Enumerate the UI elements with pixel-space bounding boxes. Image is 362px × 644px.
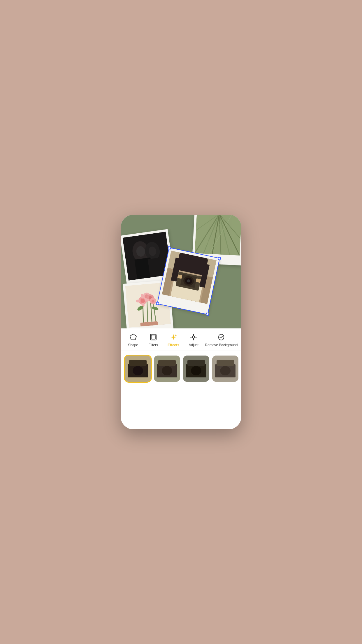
handle-bottom-left[interactable] xyxy=(156,302,159,305)
svg-point-71 xyxy=(191,366,201,375)
handle-top-right[interactable] xyxy=(217,257,221,260)
svg-rect-18 xyxy=(195,215,241,256)
svg-point-67 xyxy=(162,366,172,375)
shape-label: Shape xyxy=(128,343,138,347)
toolbar: Shape Filters xyxy=(121,328,241,429)
remove-background-tool[interactable]: Remove Background xyxy=(205,333,238,347)
handle-top-left[interactable] xyxy=(168,246,171,250)
svg-point-56 xyxy=(192,336,195,338)
toolbar-items: Shape Filters xyxy=(121,328,241,351)
thumbnails-row xyxy=(121,351,241,386)
adjust-icon xyxy=(189,333,198,341)
effects-tool[interactable]: Effects xyxy=(165,333,182,347)
thumbnail-2[interactable] xyxy=(154,356,180,382)
filters-label: Filters xyxy=(148,343,158,347)
handle-bottom-right[interactable] xyxy=(206,312,209,316)
pentagon-icon xyxy=(129,333,137,341)
filters-icon xyxy=(149,333,157,341)
polaroid-palm-image xyxy=(195,215,241,256)
svg-rect-68 xyxy=(158,360,176,366)
svg-rect-76 xyxy=(217,360,234,366)
svg-marker-53 xyxy=(130,334,136,340)
effects-label: Effects xyxy=(168,343,179,347)
svg-point-75 xyxy=(220,366,231,375)
adjust-label: Adjust xyxy=(189,343,198,347)
adjust-tool[interactable]: Adjust xyxy=(185,333,202,347)
polaroid-camera-image xyxy=(162,251,217,304)
svg-point-63 xyxy=(133,366,143,375)
filters-tool[interactable]: Filters xyxy=(145,333,162,347)
thumbnail-3[interactable] xyxy=(183,356,209,382)
remove-bg-icon xyxy=(217,333,225,341)
svg-rect-72 xyxy=(187,360,205,366)
shape-tool[interactable]: Shape xyxy=(124,333,142,347)
svg-rect-55 xyxy=(151,335,155,339)
thumbnail-4[interactable] xyxy=(212,356,238,382)
svg-rect-4 xyxy=(148,258,163,278)
phone-frame: Shape Filters xyxy=(121,215,241,429)
sparkle-icon xyxy=(169,333,178,341)
canvas-area[interactable] xyxy=(121,215,241,328)
remove-bg-label: Remove Background xyxy=(205,343,238,347)
thumbnail-1[interactable] xyxy=(125,356,151,382)
svg-rect-64 xyxy=(129,360,147,366)
